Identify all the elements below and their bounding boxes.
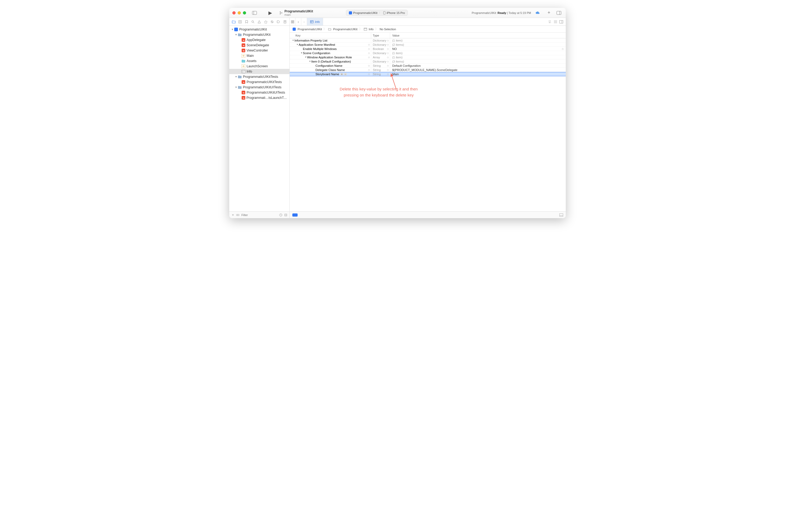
disclosure-triangle-icon[interactable]: ▼ xyxy=(234,86,238,89)
filter-scope-icon[interactable] xyxy=(236,214,240,216)
navigator-item[interactable]: ▼ProgrammaticUIKitUITests xyxy=(229,84,289,90)
stepper-icon[interactable]: ◇ xyxy=(368,43,370,46)
plist-type[interactable]: String◇ xyxy=(371,68,390,72)
plist-row[interactable]: ▼Window Application Session Role◇Array◇(… xyxy=(290,55,566,59)
plist-row[interactable]: Delegate Class Name◇String◇$(PRODUCT_MOD… xyxy=(290,68,566,72)
breadcrumb-item[interactable]: No Selection xyxy=(380,27,396,31)
disclosure-triangle-icon[interactable]: ▼ xyxy=(296,43,299,46)
plist-type[interactable]: Array◇ xyxy=(371,55,390,59)
stepper-icon[interactable]: ◇ xyxy=(368,69,370,71)
navigator-item[interactable]: Info xyxy=(229,69,289,74)
jump-bar[interactable]: ProgrammaticUIKit 〉 ProgrammaticUIKit 〉 … xyxy=(290,26,566,33)
navigator-item[interactable]: Main xyxy=(229,53,289,58)
plist-type[interactable]: Dictionary◇ xyxy=(371,38,390,42)
debug-area-toggle-icon[interactable] xyxy=(560,213,563,216)
disclosure-triangle-icon[interactable]: ▼ xyxy=(309,60,311,62)
plist-value[interactable]: $(PRODUCT_MODULE_NAME).SceneDelegate xyxy=(390,68,566,72)
add-button[interactable]: + xyxy=(545,10,553,16)
test-navigator-icon[interactable] xyxy=(263,19,268,24)
value-stepper-icon[interactable]: ◇ xyxy=(562,48,564,50)
tab-info[interactable]: Info xyxy=(307,18,323,25)
library-panel-icon[interactable] xyxy=(555,10,563,16)
plist-value[interactable]: (3 items) xyxy=(390,59,566,63)
run-button[interactable]: ▶ xyxy=(267,10,274,16)
report-navigator-icon[interactable] xyxy=(283,19,287,24)
editor-lines-icon[interactable] xyxy=(554,20,557,23)
nav-back-button[interactable]: ‹ xyxy=(296,18,301,25)
plist-value[interactable]: (1 item) xyxy=(390,38,566,42)
plist-type[interactable]: String◇ xyxy=(371,63,390,68)
zoom-window-button[interactable] xyxy=(243,11,246,15)
plist-row[interactable]: Configuration Name◇String◇Default Config… xyxy=(290,63,566,68)
source-control-navigator-icon[interactable] xyxy=(238,19,242,24)
navigator-item[interactable]: AppDelegate xyxy=(229,37,289,43)
remove-row-button[interactable]: − xyxy=(344,73,347,76)
plist-type[interactable]: Boolean◇ xyxy=(371,47,390,51)
plist-value[interactable]: Main xyxy=(390,72,566,76)
plist-row[interactable]: ▼Information Property ListDictionary◇(1 … xyxy=(290,38,566,43)
navigator-item[interactable]: Assets xyxy=(229,58,289,63)
type-stepper-icon[interactable]: ◇ xyxy=(387,60,389,63)
close-window-button[interactable] xyxy=(232,11,235,15)
plist-type[interactable]: Dictionary◇ xyxy=(371,59,390,63)
editor-layout-icon[interactable] xyxy=(560,20,563,23)
plist-value[interactable]: NO◇ xyxy=(390,47,566,51)
issue-navigator-icon[interactable] xyxy=(257,19,262,24)
breadcrumb-item[interactable]: Info xyxy=(369,27,374,31)
plist-value[interactable]: (2 items) xyxy=(390,43,566,46)
type-stepper-icon[interactable]: ◇ xyxy=(387,69,389,71)
sidebar-toggle-icon[interactable] xyxy=(251,10,258,16)
debug-navigator-icon[interactable] xyxy=(270,19,275,24)
stepper-icon[interactable]: ◇ xyxy=(368,73,370,75)
navigator-item[interactable]: ▼ProgrammaticUIKitTests xyxy=(229,74,289,79)
plist-row[interactable]: ▼Application Scene Manifest◇Dictionary◇(… xyxy=(290,43,566,47)
stepper-icon[interactable]: ◇ xyxy=(368,56,370,59)
minimize-window-button[interactable] xyxy=(238,11,241,15)
column-header-type[interactable]: Type xyxy=(371,33,390,38)
navigator-item[interactable]: ProgrammaticUIKitUITests xyxy=(229,90,289,95)
breakpoint-navigator-icon[interactable] xyxy=(276,19,281,24)
disclosure-triangle-icon[interactable]: ▼ xyxy=(292,39,295,41)
column-header-key[interactable]: Key xyxy=(290,33,371,38)
navigator-item[interactable]: LaunchScreen xyxy=(229,63,289,69)
plist-row[interactable]: Storyboard Name◇+−String◇Main xyxy=(290,72,566,76)
plist-type[interactable]: Dictionary◇ xyxy=(371,43,390,46)
bookmark-navigator-icon[interactable] xyxy=(244,19,249,24)
stepper-icon[interactable]: ◇ xyxy=(368,52,370,54)
stepper-icon[interactable]: ◇ xyxy=(368,64,370,67)
plist-editor[interactable]: ▼Information Property ListDictionary◇(1 … xyxy=(290,38,566,211)
plist-row[interactable]: ▼Item 0 (Default Configuration)Dictionar… xyxy=(290,59,566,63)
navigator-item[interactable]: ▼ProgrammaticUIKit xyxy=(229,32,289,37)
disclosure-triangle-icon[interactable]: ▼ xyxy=(234,75,238,78)
related-items-icon[interactable] xyxy=(290,18,296,25)
navigator-item[interactable]: ViewController xyxy=(229,48,289,53)
scheme-device-pill[interactable]: ProgrammaticUIKit 〉 iPhone 15 Pro xyxy=(346,10,408,16)
add-row-button[interactable]: + xyxy=(340,73,343,76)
type-stepper-icon[interactable]: ◇ xyxy=(387,64,389,67)
recent-filter-icon[interactable] xyxy=(279,213,282,216)
type-stepper-icon[interactable]: ◇ xyxy=(387,48,389,50)
breadcrumb-item[interactable]: ProgrammaticUIKit xyxy=(298,27,322,31)
cloud-status-icon[interactable] xyxy=(535,11,540,15)
disclosure-triangle-icon[interactable]: ▼ xyxy=(234,33,238,36)
plist-value[interactable]: (1 item) xyxy=(390,51,566,55)
debug-area-indicator[interactable] xyxy=(292,213,298,216)
type-stepper-icon[interactable]: ◇ xyxy=(387,39,389,42)
navigator-item[interactable]: SceneDelegate xyxy=(229,43,289,48)
plist-value[interactable]: (1 item) xyxy=(390,55,566,59)
plist-row[interactable]: Enable Multiple Windows◇Boolean◇NO◇ xyxy=(290,47,566,51)
find-navigator-icon[interactable] xyxy=(250,19,255,24)
plist-value[interactable]: Default Configuration xyxy=(390,63,566,68)
column-header-value[interactable]: Value xyxy=(390,33,566,38)
type-stepper-icon[interactable]: ◇ xyxy=(387,43,389,46)
editor-swap-icon[interactable] xyxy=(548,20,552,23)
navigator-item[interactable]: Programmati…tsLaunchTests xyxy=(229,95,289,100)
navigator-filter-input[interactable] xyxy=(241,213,278,216)
breadcrumb-item[interactable]: ProgrammaticUIKit xyxy=(333,27,357,31)
navigator-item[interactable]: ProgrammaticUIKitTests xyxy=(229,79,289,84)
add-file-button[interactable]: + xyxy=(231,213,234,217)
type-stepper-icon[interactable]: ◇ xyxy=(387,52,389,54)
plist-row[interactable]: ▼Scene Configuration◇Dictionary◇(1 item) xyxy=(290,51,566,55)
plist-type[interactable]: Dictionary◇ xyxy=(371,51,390,55)
project-navigator[interactable]: ▼ProgrammaticUIKit▼ProgrammaticUIKitAppD… xyxy=(229,26,290,211)
